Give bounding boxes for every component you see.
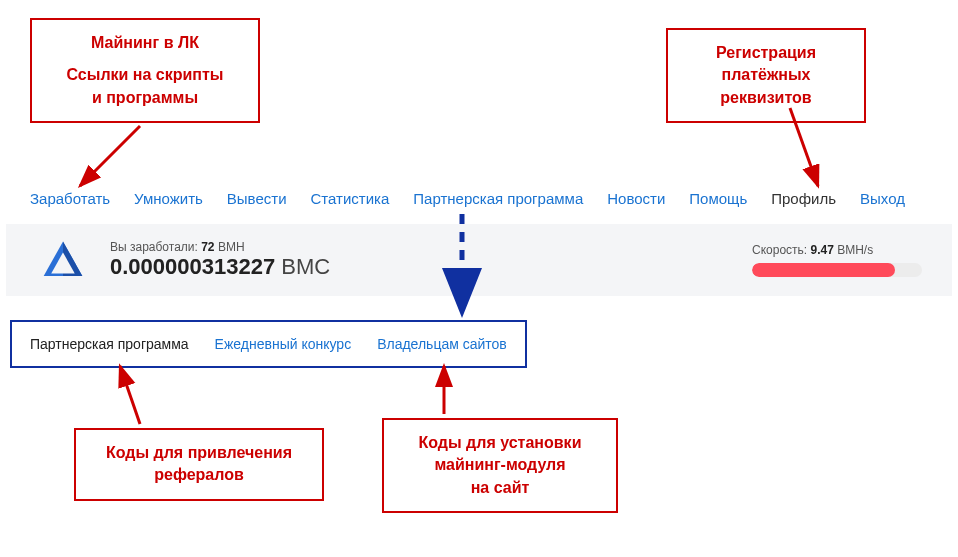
nav-withdraw[interactable]: Вывести	[227, 190, 287, 207]
arrow-to-subtab-affiliate	[120, 366, 140, 424]
nav-affiliate[interactable]: Партнерская программа	[413, 190, 583, 207]
speed-fill	[752, 263, 895, 277]
callout-text: майнинг-модуля	[402, 454, 598, 476]
callout-text: Коды для привлечения	[94, 442, 304, 464]
callout-text: рефералов	[94, 464, 304, 486]
main-nav: Заработать Умножить Вывести Статистика П…	[30, 190, 938, 207]
callout-module: Коды для установки майнинг-модуля на сай…	[382, 418, 618, 513]
nav-news[interactable]: Новости	[607, 190, 665, 207]
subtab-daily[interactable]: Ежедневный конкурс	[215, 336, 352, 352]
speed-label: Скорость: 9.47 BMH/s	[752, 243, 922, 257]
callout-text: реквизитов	[686, 87, 846, 109]
earned-value: 72	[201, 240, 214, 254]
nav-multiply[interactable]: Умножить	[134, 190, 203, 207]
nav-earn[interactable]: Заработать	[30, 190, 110, 207]
earned-small: Вы заработали: 72 BMH	[110, 240, 330, 254]
callout-text: и программы	[50, 87, 240, 109]
subtab-owners[interactable]: Владельцам сайтов	[377, 336, 507, 352]
callout-text: на сайт	[402, 477, 598, 499]
subtab-affiliate[interactable]: Партнерская программа	[30, 336, 189, 352]
speed-bar	[752, 263, 922, 277]
earned-prefix: Вы заработали:	[110, 240, 201, 254]
earning-text: Вы заработали: 72 BMH 0.000000313227 BMC	[110, 240, 330, 280]
earned-big: 0.000000313227 BMC	[110, 254, 330, 280]
speed-value: 9.47	[811, 243, 834, 257]
speed-block: Скорость: 9.47 BMH/s	[752, 243, 922, 277]
logo-icon	[42, 239, 84, 281]
subtabs: Партнерская программа Ежедневный конкурс…	[10, 320, 527, 368]
earned-unit: BMH	[215, 240, 245, 254]
balance-value: 0.000000313227	[110, 254, 275, 279]
nav-logout[interactable]: Выход	[860, 190, 905, 207]
callout-mining: Майнинг в ЛК Ссылки на скрипты и програм…	[30, 18, 260, 123]
balance-unit: BMC	[275, 254, 330, 279]
nav-stats[interactable]: Статистика	[311, 190, 390, 207]
speed-unit: BMH/s	[834, 243, 873, 257]
callout-text: Ссылки на скрипты	[50, 64, 240, 86]
callout-text: Коды для установки	[402, 432, 598, 454]
callout-text: Регистрация	[686, 42, 846, 64]
callout-text: Майнинг в ЛК	[50, 32, 240, 54]
callout-text: платёжных	[686, 64, 846, 86]
earning-bar: Вы заработали: 72 BMH 0.000000313227 BMC…	[6, 224, 952, 296]
callout-referrals: Коды для привлечения рефералов	[74, 428, 324, 501]
arrow-to-earn	[80, 126, 140, 186]
callout-profile: Регистрация платёжных реквизитов	[666, 28, 866, 123]
nav-profile[interactable]: Профиль	[771, 190, 836, 207]
speed-prefix: Скорость:	[752, 243, 811, 257]
nav-help[interactable]: Помощь	[689, 190, 747, 207]
